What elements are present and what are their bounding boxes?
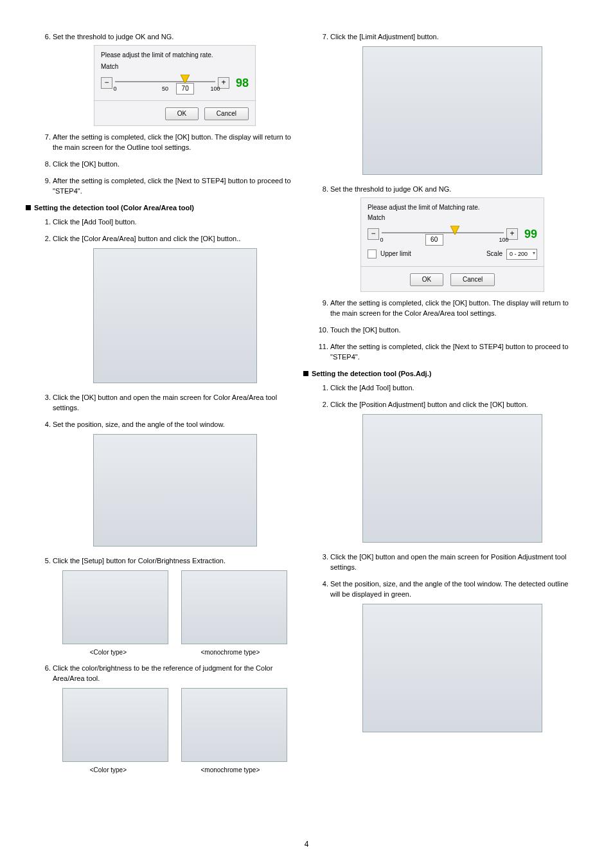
right-step-9: After the setting is completed, click th… [330,298,574,319]
pos-adj-dialog-screenshot [362,414,542,543]
ok-button-r[interactable]: OK [410,273,443,287]
page-number: 4 [39,827,574,849]
svg-marker-0 [181,75,190,84]
slider-value-box-r: 60 [425,234,443,246]
heading-color-area-text: Setting the detection tool (Color Area/A… [34,204,194,212]
color-step-2-text: Click the [Color Area/Area] button and c… [53,235,240,242]
left-step-9: After the setting is completed, click th… [53,176,297,197]
slider-handle-icon [450,226,459,235]
tick-max: 100 [210,85,220,93]
tick-max-r: 100 [499,236,508,244]
svg-marker-1 [450,226,459,235]
heading-pos-adj-text: Setting the detection tool (Pos.Adj.) [312,370,431,377]
color-step-4: Set the position, size, and the angle of… [53,420,297,550]
pos-step-3: Click the [OK] button and open the main … [330,552,574,573]
tick-min-r: 0 [380,236,383,244]
color-step-5: Click the [Setup] button for Color/Brigh… [53,556,297,657]
pos-step-4: Set the position, size, and the angle of… [330,579,574,736]
scale-label: Scale [486,249,502,259]
caption-color-type-2: <Color type> [90,766,127,775]
minus-button[interactable]: − [101,77,112,89]
color-step-5-text: Click the [Setup] button for Color/Brigh… [53,557,226,565]
color-step-1: Click the [Add Tool] button. [53,217,297,228]
tool-settings-screenshot-1 [93,434,257,547]
limit-adjustment-screenshot [362,46,542,175]
caption-mono-type-1: <monochrome type> [201,648,260,658]
scale-select[interactable]: 0 - 200 [506,249,537,260]
limit-adjust-box-right: Please adjust the limit of Matching rate… [360,197,544,293]
color-step-3: Click the [OK] button and open the main … [53,393,297,413]
limit-match-label-r: Match [368,213,537,223]
color-step-2: Click the [Color Area/Area] button and c… [53,234,297,386]
cancel-button-r[interactable]: Cancel [450,273,495,287]
upper-limit-label: Upper limit [380,249,483,259]
color-extraction-screenshot-color [62,570,168,644]
color-step-6: Click the color/brightness to be the ref… [53,664,297,775]
match-current-value: 98 [236,75,249,91]
right-column: Click the [Limit Adjustment] button. Set… [316,32,574,781]
left-column: Set the threshold to judge OK and NG. Pl… [39,32,297,781]
reference-screenshot-color [62,688,168,762]
limit-adjust-box-left: Please adjust the limit of matching rate… [94,45,256,127]
limit-title-r: Please adjust the limit of Matching rate… [368,203,537,213]
limit-title: Please adjust the limit of matching rate… [101,51,249,60]
match-slider-r[interactable]: 60 0 100 [382,223,504,245]
pos-step-2-text: Click the [Position Adjustment] button a… [330,401,528,408]
left-step-7: After the setting is completed, click th… [53,132,297,153]
slider-value-box: 70 [176,83,194,95]
left-step-6: Set the threshold to judge OK and NG. Pl… [53,32,297,126]
color-step-6-text: Click the color/brightness to be the ref… [53,664,272,682]
slider-handle-icon [181,75,190,84]
tick-min: 0 [113,85,116,93]
square-bullet-icon [303,371,308,376]
ok-button[interactable]: OK [165,107,199,121]
minus-button-r[interactable]: − [368,228,379,240]
match-current-value-r: 99 [524,226,537,242]
color-step-4-text: Set the position, size, and the angle of… [53,420,225,428]
right-step-7: Click the [Limit Adjustment] button. [330,32,574,178]
pos-step-4-text: Set the position, size, and the angle of… [330,580,568,598]
reference-screenshot-mono [181,688,287,762]
pos-adj-settings-screenshot [362,604,542,732]
right-step-10: Touch the [OK] button. [330,325,574,336]
right-step-8: Set the threshold to judge OK and NG. Pl… [330,185,574,292]
upper-limit-checkbox[interactable] [368,249,377,258]
add-tool-dialog-screenshot [93,248,257,383]
right-step-7-text: Click the [Limit Adjustment] button. [330,33,439,41]
pos-step-1: Click the [Add Tool] button. [330,383,574,393]
tick-mid: 50 [162,85,168,93]
right-step-11: After the setting is completed, click th… [330,342,574,363]
caption-color-type-1: <Color type> [90,648,127,658]
left-step-6-text: Set the threshold to judge OK and NG. [53,33,173,41]
caption-mono-type-2: <monochrome type> [201,766,260,775]
square-bullet-icon [26,205,31,210]
left-step-8: Click the [OK] button. [53,159,297,170]
limit-match-label: Match [101,62,249,72]
heading-pos-adj: Setting the detection tool (Pos.Adj.) [303,369,574,379]
pos-step-2: Click the [Position Adjustment] button a… [330,400,574,546]
heading-color-area: Setting the detection tool (Color Area/A… [26,203,297,213]
match-slider[interactable]: 70 0 50 100 [115,72,215,94]
right-step-8-text: Set the threshold to judge OK and NG. [330,185,451,193]
color-extraction-screenshot-mono [181,570,287,644]
cancel-button[interactable]: Cancel [204,107,249,121]
